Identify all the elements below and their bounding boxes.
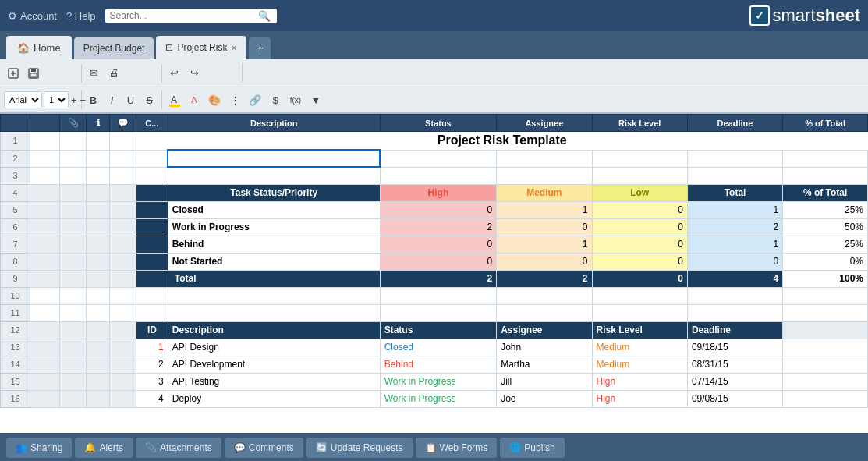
- toolbar-group-2: ✉ 🖨: [84, 64, 162, 83]
- task-row-0-risk: Medium: [592, 339, 687, 356]
- undo-button[interactable]: ↩: [165, 64, 183, 83]
- summary-header-col6: % of Total: [783, 184, 868, 201]
- top-bar-right: ✓ smartsheet: [749, 5, 860, 26]
- tab-project-risk[interactable]: ⊟ Project Risk ✕: [156, 36, 246, 59]
- comments-icon: 💬: [234, 442, 246, 453]
- save-button[interactable]: [24, 64, 43, 83]
- tab-project-budget[interactable]: Project Budget: [74, 37, 154, 59]
- home-icon: 🏠: [17, 42, 30, 54]
- underline-button[interactable]: U: [122, 90, 140, 109]
- font-size-increase[interactable]: +: [70, 90, 78, 109]
- tab-project-budget-label: Project Budget: [83, 43, 145, 54]
- font-controls: Arial 10 + −: [4, 90, 82, 109]
- update-requests-icon: 🔄: [316, 442, 328, 453]
- bottom-tab-sharing-label: Sharing: [30, 442, 62, 453]
- task-row-3-risk: High: [592, 390, 687, 407]
- strikethrough-button[interactable]: S: [140, 90, 158, 109]
- indent-button[interactable]: ⋮: [225, 90, 244, 109]
- sheet-title-cell[interactable]: Project Risk Template: [136, 132, 868, 151]
- cell-risk-2[interactable]: [592, 150, 687, 167]
- currency-button[interactable]: $: [266, 90, 285, 109]
- cell-check-1[interactable]: [30, 132, 60, 151]
- tab-close-icon: ⊟: [165, 42, 173, 53]
- summary-row-1-pct: 50%: [783, 218, 868, 236]
- font-size-select[interactable]: 10: [44, 91, 69, 108]
- bottom-tab-comments-label: Comments: [249, 442, 294, 453]
- tab-home[interactable]: 🏠 Home: [6, 36, 72, 59]
- summary-row-wip: 6 Work in Progress 2 0 0 2 50%: [1, 218, 868, 236]
- font-family-select[interactable]: Arial: [4, 91, 42, 108]
- bottom-tab-comments[interactable]: 💬 Comments: [225, 438, 303, 458]
- total-low: 0: [592, 270, 687, 287]
- bold-button[interactable]: B: [84, 90, 102, 109]
- redo-button[interactable]: ↪: [185, 64, 204, 83]
- bottom-tab-attachments[interactable]: 📎 Attachments: [136, 438, 221, 458]
- text-color-icon: A: [191, 95, 197, 105]
- summary-header-col5: Total: [687, 184, 782, 201]
- col-header-info: ℹ: [87, 115, 110, 132]
- task-row-1-desc: API Development: [168, 356, 380, 373]
- col-header-deadline: Deadline: [687, 115, 782, 132]
- highlight-button[interactable]: A: [165, 90, 183, 109]
- search-input[interactable]: [110, 10, 258, 21]
- cell-info-1: [87, 132, 110, 151]
- table-row: 2: [1, 150, 868, 167]
- bottom-tab-update-requests[interactable]: 🔄 Update Requests: [306, 438, 413, 458]
- account-button[interactable]: ⚙ Account: [8, 10, 57, 22]
- tab-add-button[interactable]: +: [249, 37, 271, 59]
- col-header-rownum: [30, 115, 60, 132]
- tab-project-risk-label: Project Risk: [177, 42, 227, 53]
- function-button[interactable]: f(x): [286, 90, 305, 109]
- text-format-controls: B I U S: [84, 90, 162, 109]
- col-header-assignee: Assignee: [497, 115, 592, 132]
- task-row-0-deadline: 09/18/15: [687, 339, 782, 356]
- summary-row-0-pct: 25%: [783, 201, 868, 218]
- bottom-tab-publish[interactable]: 🌐 Publish: [500, 438, 564, 458]
- italic-button[interactable]: I: [103, 90, 121, 109]
- text-color-button[interactable]: A: [185, 90, 204, 109]
- table-row: 3: [1, 167, 868, 184]
- tab-home-label: Home: [34, 42, 61, 54]
- summary-row-notstarted: 8 Not Started 0 0 0 0 0%: [1, 253, 868, 270]
- summary-header-col2: High: [380, 184, 497, 201]
- task-row-2-deadline: 07/14/15: [687, 373, 782, 390]
- tab-x-icon[interactable]: ✕: [231, 44, 237, 52]
- task-row-2-assignee: Jill: [497, 373, 592, 390]
- bottom-tab-web-forms[interactable]: 📋 Web Forms: [416, 438, 498, 458]
- format-button[interactable]: 🎨: [205, 90, 224, 109]
- task-row-2-status: Work in Progress: [380, 373, 497, 390]
- help-button[interactable]: ? Help: [66, 10, 96, 22]
- summary-row-2-label: Behind: [168, 236, 380, 253]
- task-header-assignee: Assignee: [497, 321, 592, 339]
- cell-c-2[interactable]: [136, 150, 168, 167]
- new-row-button[interactable]: [4, 64, 23, 83]
- task-row-3-desc: Deploy: [168, 390, 380, 407]
- row-num-4: 4: [1, 184, 30, 201]
- table-row: 11: [1, 304, 868, 321]
- cell-status-2[interactable]: [380, 150, 497, 167]
- web-forms-icon: 📋: [425, 442, 437, 453]
- cell-check-2[interactable]: [30, 150, 60, 167]
- more-button[interactable]: ▼: [306, 90, 325, 109]
- list-item: 14 2 API Development Behind Martha Mediu…: [1, 356, 868, 373]
- cell-assign-2[interactable]: [497, 150, 592, 167]
- toolbar-group-3: ↩ ↪: [165, 64, 243, 83]
- search-icon[interactable]: 🔍: [258, 10, 271, 22]
- task-header-deadline: Deadline: [687, 321, 782, 339]
- print-button[interactable]: 🖨: [105, 64, 123, 83]
- bottom-tab-sharing[interactable]: 👥 Sharing: [6, 438, 72, 458]
- spreadsheet-grid: 📎 ℹ 💬 C... Description Status Assignee R…: [0, 114, 868, 408]
- link-button[interactable]: 🔗: [246, 90, 264, 109]
- cell-deadline-2[interactable]: [687, 150, 782, 167]
- task-row-3-id: 4: [136, 390, 168, 407]
- list-item: 15 3 API Testing Work in Progress Jill H…: [1, 373, 868, 390]
- logo: ✓ smartsheet: [749, 5, 860, 26]
- sheet-area[interactable]: 📎 ℹ 💬 C... Description Status Assignee R…: [0, 114, 868, 433]
- toolbar-row1: ✉ 🖨 ↩ ↪: [0, 59, 868, 87]
- bottom-tab-attachments-label: Attachments: [160, 442, 212, 453]
- cell-desc-2-selected[interactable]: [168, 150, 380, 167]
- cell-info-2: [87, 150, 110, 167]
- bottom-tab-alerts[interactable]: 🔔 Alerts: [75, 438, 133, 458]
- email-button[interactable]: ✉: [84, 64, 103, 83]
- cell-pct-2[interactable]: [783, 150, 868, 167]
